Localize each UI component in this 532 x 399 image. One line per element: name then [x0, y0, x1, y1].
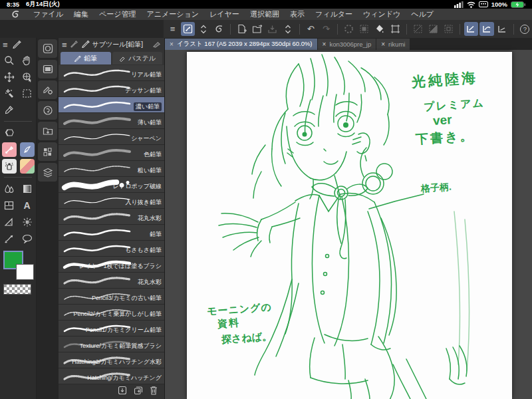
- delete-subtool-button[interactable]: [150, 386, 158, 398]
- transparent-color-swatch[interactable]: [3, 284, 31, 295]
- duplicate-subtool-button[interactable]: [134, 386, 143, 398]
- brush-item-dessin-pencil[interactable]: デッサン鉛筆: [59, 81, 164, 97]
- help-button[interactable]: ?: [518, 22, 532, 36]
- snap-to-special-ruler-button[interactable]: [479, 22, 493, 36]
- brush-item-retro-pop-dashed[interactable]: レトロポップ破線: [59, 177, 164, 193]
- subtool-tab-pencil[interactable]: 鉛筆: [61, 52, 111, 65]
- brush-item-texture-kamomi[interactable]: Texture/カモミ鉛筆質感ブラシ: [59, 336, 164, 352]
- snap-to-ruler-button[interactable]: [464, 22, 478, 36]
- ruler-tool[interactable]: [0, 213, 18, 230]
- brush-item-pencil3-kamomi-old[interactable]: Pencil3/カモミの古い鉛筆: [59, 289, 164, 305]
- menu-file[interactable]: ファイル: [28, 9, 68, 20]
- clip-studio-logo-icon[interactable]: [7, 9, 24, 19]
- selection-tool[interactable]: [18, 85, 36, 102]
- brush-item-hatching2-kamomi[interactable]: Hatching2/カモミハッチング水彩: [59, 352, 164, 368]
- open-file-button[interactable]: [250, 22, 264, 36]
- close-tab-icon[interactable]: ×: [323, 41, 327, 48]
- decoration-tool[interactable]: [18, 158, 36, 174]
- brush-item-colored-pencil[interactable]: 色鉛筆: [59, 145, 164, 161]
- text-tool[interactable]: A: [18, 197, 36, 213]
- menu-selection[interactable]: 選択範囲: [245, 9, 285, 20]
- marker-tool[interactable]: [0, 141, 18, 158]
- close-tab-icon[interactable]: ×: [170, 41, 174, 48]
- clip-studio-app-button[interactable]: [212, 22, 226, 36]
- brush-item-mosamosa-pencil[interactable]: もさもさ鉛筆: [59, 241, 164, 257]
- auto-select-tool[interactable]: [0, 85, 18, 102]
- balloon-tool[interactable]: [18, 230, 36, 247]
- redo-button[interactable]: ↷: [319, 22, 333, 36]
- figure-symmetry-tool[interactable]: [18, 213, 36, 230]
- frame-border-tool[interactable]: [0, 197, 18, 213]
- menu-view[interactable]: 表示: [285, 9, 310, 20]
- fill-tool-button[interactable]: [372, 22, 386, 36]
- import-subtool-button[interactable]: [118, 386, 127, 398]
- drawing-canvas[interactable]: 光純陸海 プレミアム ver 下書き。 格子柄. モーニングの 資料 探さねば。: [187, 52, 512, 399]
- menu-animation[interactable]: アニメーション: [142, 9, 205, 20]
- select-area-button[interactable]: [357, 22, 371, 36]
- brush-item-pencil1-kamomi-cream[interactable]: Pencil1/カモミクリーム鉛筆: [59, 321, 164, 336]
- save-button[interactable]: [265, 22, 279, 36]
- tool-palette-menu-button[interactable]: ≡: [3, 41, 8, 49]
- battery-icon: [511, 1, 525, 8]
- document-tab-rikumi[interactable]: × rikumi: [376, 39, 410, 50]
- brush-item-real-pencil[interactable]: リアル鉛筆: [59, 65, 164, 81]
- brush-item-tapered-pencil[interactable]: 入り抜き鉛筆: [59, 193, 164, 209]
- menu-filter[interactable]: フィルター: [310, 9, 358, 20]
- document-tab-kon3006pre[interactable]: × kon3006pre_jp: [318, 39, 376, 50]
- panel-tab-tool-property[interactable]: [38, 80, 57, 99]
- panel-tab-timeline[interactable]: [38, 60, 57, 78]
- processing-indicator-button[interactable]: [342, 22, 356, 36]
- new-document-button[interactable]: [235, 22, 249, 36]
- snap-to-grid-button[interactable]: [495, 22, 509, 36]
- brush-item-pencil2-kamomi-multiply[interactable]: Pencil2/カモミ乗算がしがし鉛筆: [59, 305, 164, 321]
- panel-tab-3d-layers[interactable]: [38, 163, 57, 182]
- toolbar-expand-button[interactable]: [196, 22, 210, 36]
- brush-item-hatching-kamomi[interactable]: Hatching/カモミハッチング: [59, 368, 164, 384]
- document-tab-illustration-167[interactable]: × イラスト 167 (A5 2039 x 2894px 350dpi 60.0…: [165, 39, 317, 50]
- neighbor-tool-pastel-icon[interactable]: [152, 39, 161, 51]
- menu-page[interactable]: ページ管理: [94, 9, 142, 20]
- brush-stroke-preview: [61, 66, 134, 80]
- background-color-swatch[interactable]: [16, 264, 34, 280]
- panel-tab-material[interactable]: [38, 122, 57, 140]
- subtool-panel-menu-button[interactable]: ≡: [62, 41, 67, 49]
- menu-edit[interactable]: 編集: [68, 9, 94, 20]
- brush-item-light-pencil[interactable]: 薄い鉛筆: [59, 113, 164, 129]
- brush-item-hanamaru-watercolor[interactable]: 花丸水彩: [59, 209, 164, 225]
- brush-item-pencil[interactable]: 鉛筆: [59, 225, 164, 241]
- menu-window[interactable]: ウィンドウ: [358, 9, 406, 20]
- invert-selection-button[interactable]: [426, 22, 440, 36]
- eraser-tool[interactable]: [0, 124, 18, 141]
- neighbor-tool-marker-icon[interactable]: [70, 39, 78, 51]
- close-tab-icon[interactable]: ×: [381, 41, 385, 48]
- command-bar-menu-button[interactable]: ≡: [166, 22, 180, 36]
- eyedropper-tool[interactable]: [0, 102, 18, 118]
- menu-help[interactable]: ヘルプ: [406, 9, 439, 20]
- gradient-tool[interactable]: [18, 180, 36, 197]
- pen-tool[interactable]: [18, 141, 36, 158]
- pen-tool-icon: [20, 142, 35, 157]
- panel-tab-navigator[interactable]: [38, 101, 57, 120]
- brush-item-hanamaru-watercolor-2[interactable]: 花丸水彩: [59, 273, 164, 289]
- panel-tab-decoration[interactable]: [38, 142, 57, 161]
- correct-line-tool[interactable]: [0, 230, 18, 247]
- subtool-tab-pastel[interactable]: パステル: [112, 52, 163, 65]
- zoom-tool[interactable]: [0, 52, 18, 68]
- move-tool[interactable]: [0, 68, 18, 85]
- file-expand-button[interactable]: [281, 22, 295, 36]
- blend-tool[interactable]: [0, 180, 18, 197]
- shrink-selection-button[interactable]: [442, 22, 456, 36]
- brush-item-one-layer-paint-brush[interactable]: レイヤー1枚でほぼ塗るブラシ: [59, 257, 164, 273]
- menu-layer[interactable]: レイヤー: [204, 9, 245, 20]
- brush-item-rough-pencil[interactable]: 粗い鉛筆: [59, 161, 164, 177]
- airbrush-tool[interactable]: [0, 158, 18, 174]
- brush-item-mechanical-pencil[interactable]: シャーペン: [59, 129, 164, 145]
- canvas-frame-button[interactable]: [388, 22, 402, 36]
- brush-item-dark-pencil-selected[interactable]: 濃い鉛筆: [59, 97, 164, 113]
- pen-input-mode-button[interactable]: [181, 22, 195, 36]
- hand-tool[interactable]: [18, 52, 36, 68]
- rotate-canvas-tool[interactable]: [18, 68, 36, 85]
- undo-button[interactable]: ↶: [304, 22, 318, 36]
- deselect-button[interactable]: [411, 22, 425, 36]
- panel-tab-subtool[interactable]: [38, 39, 57, 58]
